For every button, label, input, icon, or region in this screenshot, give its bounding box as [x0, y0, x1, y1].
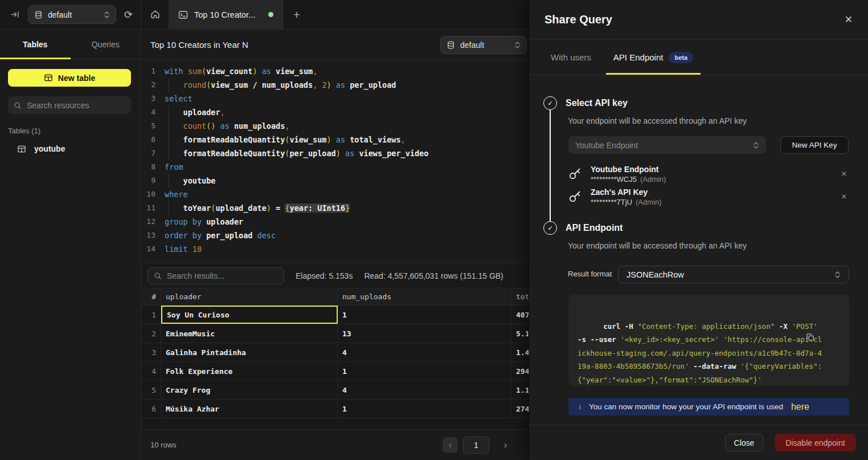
- new-tab-button[interactable]: +: [283, 0, 310, 29]
- database-icon: [34, 10, 43, 19]
- line-number: 7: [142, 146, 155, 160]
- step1-check-icon: ✓: [543, 96, 557, 110]
- column-header-index[interactable]: #: [142, 288, 161, 305]
- uploader-cell[interactable]: Folk Experience: [161, 362, 338, 380]
- key-masked-value: *********7TjU(Admin): [591, 197, 839, 207]
- num-uploads-cell[interactable]: 1: [338, 306, 511, 324]
- tab-queries[interactable]: Queries: [71, 30, 141, 59]
- result-format-select[interactable]: JSONEachRow: [618, 266, 849, 283]
- remove-key-icon[interactable]: ✕: [839, 190, 849, 203]
- uploader-cell[interactable]: EminemMusic: [161, 324, 338, 343]
- rows-read: Read: 4,557,605,031 rows (151.15 GB): [364, 271, 503, 280]
- line-number: 8: [142, 160, 155, 174]
- row-index-cell: 2: [142, 324, 161, 343]
- row-index-cell: 3: [142, 343, 161, 361]
- key-icon: [568, 190, 582, 203]
- key-role: (Admin): [636, 198, 662, 206]
- chevron-updown-icon: [753, 141, 759, 149]
- code-text: where: [165, 188, 188, 201]
- uploader-cell[interactable]: Crazy Frog: [161, 381, 338, 399]
- remove-key-icon[interactable]: ✕: [839, 168, 849, 180]
- close-button[interactable]: Close: [725, 434, 763, 451]
- uploader-cell[interactable]: Músika Azhar: [161, 400, 338, 418]
- select-api-key-heading: Select API key: [566, 98, 628, 108]
- tab-api-endpoint-label: API Endpoint: [613, 52, 664, 62]
- api-key-select-value: Youtube Endpoint: [575, 141, 753, 150]
- line-number: 1: [142, 64, 155, 78]
- previous-page-button[interactable]: ‹: [443, 437, 458, 453]
- database-icon: [447, 40, 455, 50]
- key-role: (Admin): [640, 175, 666, 184]
- share-panel-body: ✓ ✓ Select API key Your endpoint will be…: [529, 76, 868, 425]
- sidebar-search[interactable]: [8, 96, 131, 114]
- tab-api-endpoint[interactable]: API Endpoint beta: [606, 40, 701, 75]
- curl-command: curl -H "Content-Type: application/json"…: [578, 322, 822, 384]
- database-selector[interactable]: default: [28, 5, 116, 24]
- uploader-cell[interactable]: Soy Un Curioso: [161, 306, 338, 324]
- banner-text: You can now monitor how your your API en…: [589, 402, 783, 411]
- close-icon[interactable]: ✕: [845, 14, 853, 26]
- code-text: toYear(upload_date) = {year: UInt16}: [165, 201, 350, 215]
- key-masked-value: *********WCJ5(Admin): [591, 174, 839, 184]
- query-tab[interactable]: Top 10 Creator...: [169, 0, 283, 29]
- banner-here-link[interactable]: here: [791, 402, 809, 412]
- terminal-icon: [178, 10, 188, 19]
- chevron-updown-icon: [514, 41, 521, 49]
- refresh-icon[interactable]: ⟳: [124, 10, 133, 20]
- current-page[interactable]: 1: [463, 437, 489, 454]
- uploader-cell[interactable]: Galinha Pintadinha: [161, 343, 338, 361]
- api-key-list: Youtube Endpoint*********WCJ5(Admin)✕Zac…: [568, 162, 849, 208]
- table-name: youtube: [34, 144, 65, 153]
- table-grid-icon: [44, 74, 53, 82]
- key-info: Youtube Endpoint*********WCJ5(Admin): [591, 164, 839, 184]
- row-index-cell: 1: [142, 306, 161, 324]
- key-info: Zach's API Key*********7TjU(Admin): [591, 187, 839, 207]
- code-text: formatReadableQuantity(view_sum) as tota…: [165, 133, 406, 146]
- num-uploads-cell[interactable]: 1: [338, 400, 511, 418]
- curl-code-block: curl -H "Content-Type: application/json"…: [568, 295, 849, 386]
- collapse-sidebar-icon[interactable]: [10, 10, 20, 19]
- search-resources-input[interactable]: [27, 101, 125, 110]
- disable-endpoint-button[interactable]: Disable endpoint: [775, 434, 856, 451]
- search-results-input[interactable]: [167, 271, 278, 280]
- select-api-key-subtext: Your endpoint will be accessed through a…: [568, 116, 747, 125]
- line-number: 13: [142, 229, 155, 242]
- key-name: Youtube Endpoint: [591, 164, 839, 174]
- column-header-uploader[interactable]: uploader: [161, 288, 338, 305]
- result-format-value: JSONEachRow: [627, 270, 834, 279]
- results-search[interactable]: [148, 267, 284, 284]
- line-number: 12: [142, 215, 155, 229]
- api-key-row[interactable]: Zach's API Key*********7TjU(Admin)✕: [568, 185, 849, 208]
- code-text: round(view_sum / num_uploads, 2) as per_…: [165, 78, 396, 92]
- pagination: ‹ 1 ›: [443, 430, 513, 460]
- api-key-select[interactable]: Youtube Endpoint: [568, 136, 766, 154]
- next-page-button[interactable]: ›: [498, 437, 513, 453]
- num-uploads-cell[interactable]: 4: [338, 343, 511, 361]
- result-format-label: Result format: [568, 270, 612, 278]
- tab-tables[interactable]: Tables: [0, 30, 71, 59]
- num-uploads-cell[interactable]: 13: [338, 324, 511, 343]
- column-header-num-uploads[interactable]: num_uploads: [338, 288, 511, 305]
- api-endpoint-subtext: Your endpoint will be accessed through a…: [568, 241, 747, 250]
- num-uploads-cell[interactable]: 4: [338, 381, 511, 399]
- code-text: formatReadableQuantity(per_upload) as vi…: [165, 146, 428, 160]
- code-text: with sum(view_count) as view_sum,: [165, 64, 317, 78]
- editor-database-selector[interactable]: default: [440, 36, 527, 54]
- api-key-row[interactable]: Youtube Endpoint*********WCJ5(Admin)✕: [568, 162, 849, 185]
- num-uploads-cell[interactable]: 1: [338, 362, 511, 380]
- search-icon: [154, 272, 162, 280]
- copy-icon[interactable]: [806, 306, 840, 368]
- sidebar-item-youtube[interactable]: youtube: [0, 141, 141, 157]
- share-panel-header: Share Query ✕: [529, 0, 868, 40]
- query-title: Top 10 Creators in Year N: [150, 40, 248, 50]
- new-api-key-button[interactable]: New API Key: [780, 136, 849, 154]
- home-tab-button[interactable]: [141, 0, 169, 29]
- unsaved-status-dot: [268, 12, 273, 17]
- tab-with-users[interactable]: With users: [550, 40, 592, 75]
- topbar-left: default ⟳: [0, 0, 141, 29]
- step2-check-icon: ✓: [543, 221, 557, 235]
- code-text: uploader,: [165, 105, 225, 119]
- beta-badge: beta: [669, 52, 693, 63]
- new-table-button[interactable]: New table: [8, 69, 131, 87]
- line-number: 4: [142, 105, 155, 119]
